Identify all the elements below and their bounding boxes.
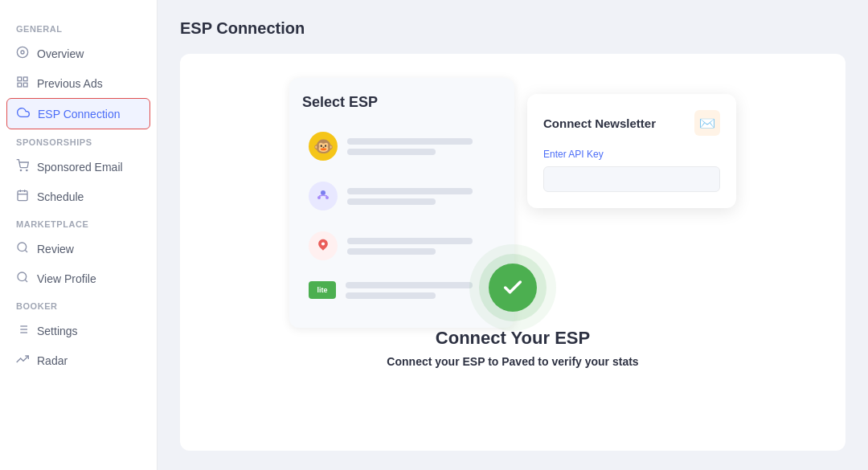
esp-line xyxy=(347,248,436,255)
svg-point-0 xyxy=(17,47,27,57)
sidebar-item-label: Sponsored Email xyxy=(37,161,123,174)
svg-rect-2 xyxy=(18,77,22,81)
svg-rect-5 xyxy=(23,83,27,87)
svg-point-27 xyxy=(321,242,325,245)
connect-esp-heading: Connect Your ESP xyxy=(436,328,590,349)
svg-point-24 xyxy=(326,196,329,199)
select-esp-title: Select ESP xyxy=(302,94,502,111)
sidebar-item-review[interactable]: Review xyxy=(0,234,157,264)
sidebar-item-overview[interactable]: Overview xyxy=(0,39,157,68)
esp-connection-icon xyxy=(17,106,30,121)
esp-connection-card: Select ESP 🐵 xyxy=(180,54,845,451)
sidebar-item-schedule[interactable]: Schedule xyxy=(0,182,157,211)
sidebar-section-sponsorships: Sponsorships xyxy=(0,129,157,152)
esp-lines-1 xyxy=(347,138,495,155)
sidebar-section-booker: Booker xyxy=(0,293,157,316)
esp-list-item-3[interactable] xyxy=(302,223,502,268)
sidebar-item-previous-ads[interactable]: Previous Ads xyxy=(0,68,157,98)
svg-point-14 xyxy=(18,272,27,281)
connect-newsletter-panel: Connect Newsletter ✉️ Enter API Key xyxy=(527,94,736,208)
esp-line xyxy=(347,138,473,145)
esp-illustration: Select ESP 🐵 xyxy=(264,78,762,328)
sidebar-section-marketplace: Marketplace xyxy=(0,211,157,234)
svg-rect-3 xyxy=(23,77,27,81)
sidebar-item-view-profile[interactable]: View Profile xyxy=(0,264,157,293)
esp-line xyxy=(346,282,473,288)
svg-point-23 xyxy=(317,196,321,199)
esp-lines-2 xyxy=(347,188,495,205)
sidebar-item-label: View Profile xyxy=(37,272,96,285)
check-icon xyxy=(502,276,524,299)
schedule-icon xyxy=(16,189,29,204)
esp-list-item-2[interactable] xyxy=(302,174,502,219)
view-profile-icon xyxy=(16,271,29,286)
connect-panel-header: Connect Newsletter ✉️ xyxy=(543,110,720,136)
sidebar: General Overview Previous Ads ESP Connec… xyxy=(0,0,158,470)
radar-icon xyxy=(16,353,29,368)
sidebar-item-sponsored-email[interactable]: Sponsored Email xyxy=(0,152,157,182)
svg-point-1 xyxy=(21,51,24,54)
esp-line xyxy=(347,238,473,244)
overview-icon xyxy=(16,46,29,61)
esp-list-item-4[interactable]: lite xyxy=(302,273,502,307)
sidebar-item-label: Overview xyxy=(37,47,84,60)
esp-lines-3 xyxy=(347,238,495,255)
settings-icon xyxy=(16,323,29,338)
sidebar-item-radar[interactable]: Radar xyxy=(0,345,157,375)
esp-icon-klaviyo xyxy=(309,231,338,260)
api-key-input[interactable] xyxy=(543,166,720,192)
svg-point-7 xyxy=(27,170,27,170)
esp-line xyxy=(347,198,436,205)
sidebar-item-label: Review xyxy=(37,243,74,255)
review-icon xyxy=(16,241,29,256)
svg-line-15 xyxy=(25,280,27,282)
page-title: ESP Connection xyxy=(180,19,845,38)
success-check-circle xyxy=(489,264,537,312)
svg-point-6 xyxy=(20,170,21,170)
sidebar-item-esp-connection[interactable]: ESP Connection xyxy=(6,98,150,129)
sidebar-item-settings[interactable]: Settings xyxy=(0,316,157,345)
api-key-label: Enter API Key xyxy=(543,149,720,160)
esp-line xyxy=(346,292,436,299)
esp-line xyxy=(347,188,473,194)
svg-rect-8 xyxy=(18,191,27,201)
esp-line xyxy=(347,149,436,155)
sidebar-item-label: Radar xyxy=(37,354,68,367)
esp-icon-mailchimp: 🐵 xyxy=(309,132,338,161)
connect-newsletter-title: Connect Newsletter xyxy=(543,116,656,130)
mail-icon: ✉️ xyxy=(694,110,720,136)
svg-line-13 xyxy=(25,250,27,252)
select-esp-panel: Select ESP 🐵 xyxy=(289,78,514,328)
svg-line-25 xyxy=(319,195,323,196)
sponsored-email-icon xyxy=(16,159,29,174)
svg-line-26 xyxy=(323,195,327,196)
svg-point-22 xyxy=(321,190,326,195)
previous-ads-icon xyxy=(16,76,29,91)
esp-icon-lite: lite xyxy=(309,281,336,299)
main-content: ESP Connection Select ESP 🐵 xyxy=(158,0,868,470)
svg-rect-4 xyxy=(18,83,22,87)
svg-point-12 xyxy=(18,243,27,251)
esp-lines-4 xyxy=(346,282,495,299)
connect-esp-subtext: Connect your ESP to Paved to verify your… xyxy=(387,355,638,368)
sidebar-section-general: General xyxy=(0,16,157,39)
esp-icon-sendgrid xyxy=(309,182,338,210)
sidebar-item-label: Schedule xyxy=(37,190,84,203)
sidebar-item-label: Settings xyxy=(37,325,78,337)
sidebar-item-label: ESP Connection xyxy=(38,108,120,121)
esp-list-item-1[interactable]: 🐵 xyxy=(302,124,502,169)
sidebar-item-label: Previous Ads xyxy=(37,77,103,90)
